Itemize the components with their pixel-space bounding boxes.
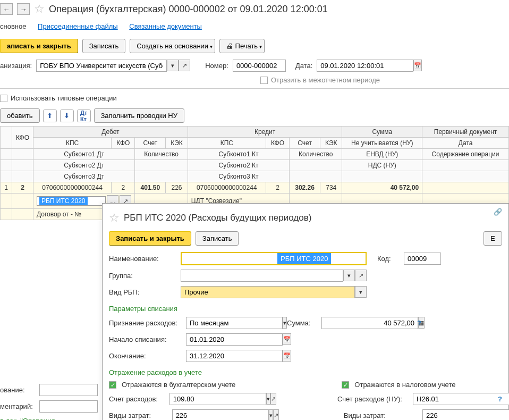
col-dacc: Счет — [135, 138, 166, 149]
modal-more-button[interactable]: Е — [483, 231, 502, 246]
recognize-input[interactable] — [186, 317, 283, 329]
end-label: Окончание: — [109, 352, 181, 360]
use-typical-label: Использовать типовые операции — [11, 94, 117, 102]
reflect-accounting-checkbox[interactable] — [109, 381, 116, 389]
back-button[interactable]: ← — [0, 3, 13, 15]
start-label: Начало списания: — [109, 335, 181, 343]
cost-open-icon[interactable]: ↗ — [273, 409, 279, 420]
nav-attached-files[interactable]: Присоединенные файлы — [38, 22, 118, 30]
date-input[interactable] — [317, 60, 413, 72]
acc-nu-input[interactable] — [413, 393, 509, 405]
modal-favorite-icon[interactable]: ☆ — [109, 211, 120, 225]
link-icon[interactable]: 🔗 — [494, 208, 503, 217]
help-icon[interactable]: ? — [417, 319, 421, 327]
move-up-icon[interactable]: ⬆ — [43, 110, 57, 122]
group-open-icon[interactable]: ↗ — [355, 270, 367, 281]
reflect-accounting-label: Отражаются в бухгалтерском учете — [122, 381, 235, 389]
dropdown-icon[interactable]: ▾ — [167, 60, 179, 71]
col-sub3d: Субконто3 Дт — [33, 171, 135, 182]
date-label: Дата: — [295, 62, 312, 70]
recognize-label: Признание расходов: — [109, 319, 181, 327]
col-qty-d: Количество — [135, 149, 188, 160]
reflect-checkbox[interactable] — [260, 77, 268, 84]
create-based-button[interactable]: Создать на основании — [130, 39, 215, 53]
col-nds: НДС (НУ) — [342, 160, 422, 171]
modal-save-close-button[interactable]: Записать и закрыть — [109, 231, 191, 246]
forward-button[interactable]: → — [17, 3, 30, 15]
acc-dropdown-icon[interactable]: ▾ — [266, 393, 270, 405]
nav-main[interactable]: сновное — [0, 22, 26, 30]
cell-ckps: 07060000000000244 — [188, 182, 266, 194]
cell-cacc: 302.26 — [290, 182, 320, 194]
print-button[interactable]: Печать — [219, 39, 265, 53]
modal-save-button[interactable]: Записать — [196, 231, 239, 246]
col-debit: Дебет — [33, 127, 188, 138]
cost-type-input[interactable] — [172, 409, 269, 420]
nav-linked-docs[interactable]: Связанные документы — [129, 22, 202, 30]
dk-icon[interactable]: ДтКт — [77, 110, 91, 122]
reflect-tax-label: Отражаются в налоговом учете — [354, 381, 455, 389]
acc-nu-label: Счет расходов (НУ): — [337, 395, 408, 403]
col-sub2d: Субконто2 Дт — [33, 160, 135, 171]
col-sub2k: Субконто2 Кт — [188, 160, 289, 171]
sum-label: Сумма: — [287, 319, 316, 327]
move-down-icon[interactable]: ⬇ — [60, 110, 74, 122]
start-calendar-icon[interactable]: 📅 — [283, 333, 291, 345]
cell-kfo: 2 — [12, 182, 33, 194]
base-input[interactable] — [39, 384, 98, 396]
calendar-icon[interactable]: 📅 — [413, 60, 422, 71]
col-sub1d: Субконто1 Дт — [33, 149, 135, 160]
type-input[interactable] — [181, 286, 355, 298]
save-close-button[interactable]: аписать и закрыть — [0, 39, 78, 53]
name-input[interactable] — [182, 253, 277, 264]
cell-dkfo: 2 — [112, 182, 135, 194]
cell-n: 1 — [1, 182, 12, 194]
group-dropdown-icon[interactable]: ▾ — [343, 270, 355, 281]
use-typical-checkbox[interactable] — [0, 95, 7, 102]
open-icon[interactable]: ↗ — [179, 60, 190, 71]
comment-input[interactable] — [39, 400, 98, 413]
cell-ckfo: 2 — [266, 182, 289, 194]
cell-dacc: 401.50 — [135, 182, 166, 194]
col-ckps: КПС — [188, 138, 266, 149]
col-nu: Не учитывается (НУ) — [342, 138, 422, 149]
cell-dkek: 226 — [166, 182, 188, 194]
cost-dropdown-icon[interactable]: ▾ — [269, 409, 273, 420]
add-button[interactable]: обавить — [0, 108, 40, 123]
number-input[interactable] — [233, 60, 286, 72]
cell-ckek: 734 — [320, 182, 342, 194]
table-row[interactable]: 1 2 07060000000000244 2 401.50 226 07060… — [1, 182, 509, 194]
acc-open-icon[interactable]: ↗ — [270, 393, 276, 405]
col-cacc: Счет — [290, 138, 320, 149]
doc-link[interactable]: в док. "Операция (бухгалтерская)" — [0, 417, 101, 420]
sum-input[interactable] — [321, 317, 418, 329]
sub1d-field[interactable]: РБП ИТС 2020 — [37, 196, 106, 206]
col-ckfo: КФО — [266, 138, 289, 149]
number-label: Номер: — [205, 62, 228, 70]
group-input[interactable] — [181, 270, 343, 282]
recognize-dropdown-icon[interactable]: ▾ — [283, 317, 287, 329]
type-dropdown-icon[interactable]: ▾ — [355, 286, 367, 298]
cell-sum: 40 572,00 — [342, 182, 422, 194]
type-label: Вид РБП: — [109, 288, 175, 296]
print-label: Печать — [235, 42, 258, 50]
save-button[interactable]: Записать — [82, 39, 126, 53]
favorite-icon[interactable]: ☆ — [34, 2, 45, 16]
end-input[interactable] — [186, 350, 283, 362]
col-dkps: КПС — [33, 138, 112, 149]
end-calendar-icon[interactable]: 📅 — [283, 350, 291, 362]
acc-label: Счет расходов: — [109, 395, 164, 403]
col-ckek: КЭК — [320, 138, 342, 149]
acc-help-icon[interactable]: ? — [498, 395, 502, 403]
acc-input[interactable] — [169, 393, 266, 405]
start-input[interactable] — [186, 333, 283, 346]
sub1d-value: РБП ИТС 2020 — [39, 197, 88, 205]
fill-nu-button[interactable]: Заполнить проводки НУ — [94, 108, 184, 123]
col-qty-k: Количество — [290, 149, 342, 160]
code-input[interactable] — [404, 253, 441, 265]
cost-type-nu-input[interactable] — [422, 409, 509, 420]
reflect-tax-checkbox[interactable] — [342, 381, 349, 389]
col-envd: ЕНВД (НУ) — [342, 149, 422, 160]
org-input[interactable] — [36, 60, 167, 72]
group-label: Группа: — [109, 272, 175, 280]
